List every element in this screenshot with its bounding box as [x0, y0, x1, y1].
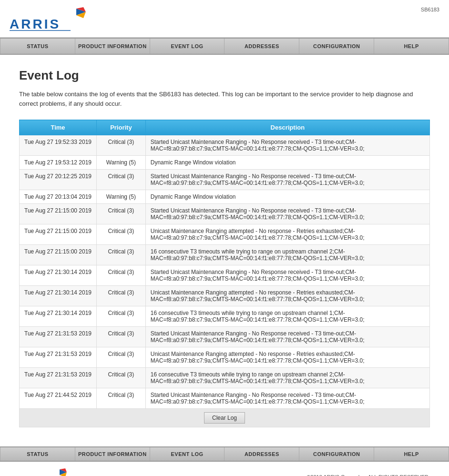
- table-row: Tue Aug 27 21:30:14 2019Critical (3)Star…: [20, 265, 430, 286]
- cell-priority: Critical (3): [97, 265, 146, 286]
- cell-time: Tue Aug 27 21:30:14 2019: [20, 306, 97, 327]
- footer-nav-configuration[interactable]: CONFIGURATION: [299, 447, 374, 461]
- table-row: Tue Aug 27 20:12:25 2019Critical (3)Star…: [20, 170, 430, 190]
- nav-item-addresses[interactable]: ADDRESSES: [224, 39, 299, 54]
- cell-time: Tue Aug 27 21:15:00 2019: [20, 204, 97, 224]
- col-header-description: Description: [145, 120, 429, 135]
- table-row: Tue Aug 27 19:53:12 2019Warning (5)Dynam…: [20, 156, 430, 170]
- cell-time: Tue Aug 27 21:31:53 2019: [20, 347, 97, 368]
- cell-description: Unicast Maintenance Ranging attempted - …: [145, 347, 429, 368]
- table-row: Tue Aug 27 21:15:00 2019Critical (3)Unic…: [20, 224, 430, 245]
- table-row: Tue Aug 27 21:30:14 2019Critical (3)Unic…: [20, 286, 430, 306]
- table-row: Tue Aug 27 21:44:52 2019Critical (3)Star…: [20, 388, 430, 409]
- main-content: Event Log The table below contains the l…: [0, 55, 449, 446]
- nav-item-product-info[interactable]: PRODUCT INFORMATION: [75, 39, 150, 54]
- cell-description: Started Unicast Maintenance Ranging - No…: [145, 135, 429, 156]
- nav-item-event-log[interactable]: EVENT LOG: [150, 39, 225, 54]
- footer-bottom: ARRIS ©2018 ARRIS Group, Inc. ALL RIGHTS…: [0, 462, 449, 476]
- cell-priority: Critical (3): [97, 135, 146, 156]
- cell-time: Tue Aug 27 21:15:00 2019: [20, 245, 97, 265]
- cell-priority: Critical (3): [97, 306, 146, 327]
- cell-description: Started Unicast Maintenance Ranging - No…: [145, 265, 429, 286]
- page-title: Event Log: [19, 68, 430, 83]
- nav-item-configuration[interactable]: CONFIGURATION: [299, 39, 374, 54]
- table-row: Tue Aug 27 21:31:53 2019Critical (3)Star…: [20, 327, 430, 347]
- cell-description: Unicast Maintenance Ranging attempted - …: [145, 224, 429, 245]
- footer-nav-help[interactable]: HELP: [374, 447, 449, 461]
- cell-time: Tue Aug 27 21:31:53 2019: [20, 368, 97, 388]
- cell-description: Started Unicast Maintenance Ranging - No…: [145, 204, 429, 224]
- footer-arris-logo: ARRIS: [19, 467, 67, 476]
- cell-time: Tue Aug 27 21:44:52 2019: [20, 388, 97, 409]
- svg-text:ARRIS: ARRIS: [10, 17, 61, 31]
- cell-description: Dynamic Range Window violation: [145, 156, 429, 170]
- footer-nav-event-log[interactable]: EVENT LOG: [150, 447, 225, 461]
- cell-priority: Critical (3): [97, 245, 146, 265]
- table-row: Tue Aug 27 20:13:04 2019Warning (5)Dynam…: [20, 190, 430, 204]
- cell-description: 16 consecutive T3 timeouts while trying …: [145, 245, 429, 265]
- cell-priority: Critical (3): [97, 388, 146, 409]
- nav-item-help[interactable]: HELP: [374, 39, 449, 54]
- cell-description: Started Unicast Maintenance Ranging - No…: [145, 327, 429, 347]
- logo-area: ARRIS: [10, 5, 86, 33]
- table-row: Tue Aug 27 21:15:00 2019Critical (3)16 c…: [20, 245, 430, 265]
- cell-priority: Critical (3): [97, 286, 146, 306]
- footer-nav-status[interactable]: STATUS: [0, 447, 75, 461]
- cell-time: Tue Aug 27 21:30:14 2019: [20, 286, 97, 306]
- cell-time: Tue Aug 27 21:30:14 2019: [20, 265, 97, 286]
- cell-description: Started Unicast Maintenance Ranging - No…: [145, 388, 429, 409]
- arris-logo: ARRIS: [10, 5, 86, 33]
- cell-priority: Critical (3): [97, 204, 146, 224]
- cell-priority: Warning (5): [97, 156, 146, 170]
- cell-description: 16 consecutive T3 timeouts while trying …: [145, 368, 429, 388]
- cell-priority: Critical (3): [97, 170, 146, 190]
- cell-description: Dynamic Range Window violation: [145, 190, 429, 204]
- cell-priority: Critical (3): [97, 347, 146, 368]
- footer-nav: STATUS PRODUCT INFORMATION EVENT LOG ADD…: [0, 446, 449, 462]
- cell-time: Tue Aug 27 21:31:53 2019: [20, 327, 97, 347]
- col-header-priority: Priority: [97, 120, 146, 135]
- cell-time: Tue Aug 27 19:53:12 2019: [20, 156, 97, 170]
- page-description: The table below contains the log of even…: [19, 90, 430, 108]
- cell-description: Unicast Maintenance Ranging attempted - …: [145, 286, 429, 306]
- col-header-time: Time: [20, 120, 97, 135]
- cell-description: 16 consecutive T3 timeouts while trying …: [145, 306, 429, 327]
- cell-time: Tue Aug 27 20:12:25 2019: [20, 170, 97, 190]
- table-row: Tue Aug 27 21:31:53 2019Critical (3)16 c…: [20, 368, 430, 388]
- footer-nav-product-info[interactable]: PRODUCT INFORMATION: [75, 447, 150, 461]
- cell-priority: Critical (3): [97, 224, 146, 245]
- clear-log-cell: Clear Log: [20, 409, 430, 427]
- table-row: Tue Aug 27 21:15:00 2019Critical (3)Star…: [20, 204, 430, 224]
- main-nav: STATUS PRODUCT INFORMATION EVENT LOG ADD…: [0, 38, 449, 55]
- copyright-text: ©2018 ARRIS Group, Inc. ALL RIGHTS RESER…: [306, 474, 430, 476]
- footer-nav-addresses[interactable]: ADDRESSES: [224, 447, 299, 461]
- cell-priority: Critical (3): [97, 368, 146, 388]
- cell-description: Started Unicast Maintenance Ranging - No…: [145, 170, 429, 190]
- cell-priority: Critical (3): [97, 327, 146, 347]
- table-row: Tue Aug 27 21:30:14 2019Critical (3)16 c…: [20, 306, 430, 327]
- device-id: SB6183: [421, 7, 439, 12]
- event-log-table: Time Priority Description Tue Aug 27 19:…: [19, 120, 430, 427]
- table-row: Tue Aug 27 19:52:33 2019Critical (3)Star…: [20, 135, 430, 156]
- table-row: Tue Aug 27 21:31:53 2019Critical (3)Unic…: [20, 347, 430, 368]
- nav-item-status[interactable]: STATUS: [0, 39, 75, 54]
- cell-priority: Warning (5): [97, 190, 146, 204]
- clear-log-button[interactable]: Clear Log: [204, 412, 245, 424]
- cell-time: Tue Aug 27 19:52:33 2019: [20, 135, 97, 156]
- top-header: ARRIS SB6183: [0, 0, 449, 38]
- cell-time: Tue Aug 27 21:15:00 2019: [20, 224, 97, 245]
- clear-log-row: Clear Log: [20, 409, 430, 427]
- cell-time: Tue Aug 27 20:13:04 2019: [20, 190, 97, 204]
